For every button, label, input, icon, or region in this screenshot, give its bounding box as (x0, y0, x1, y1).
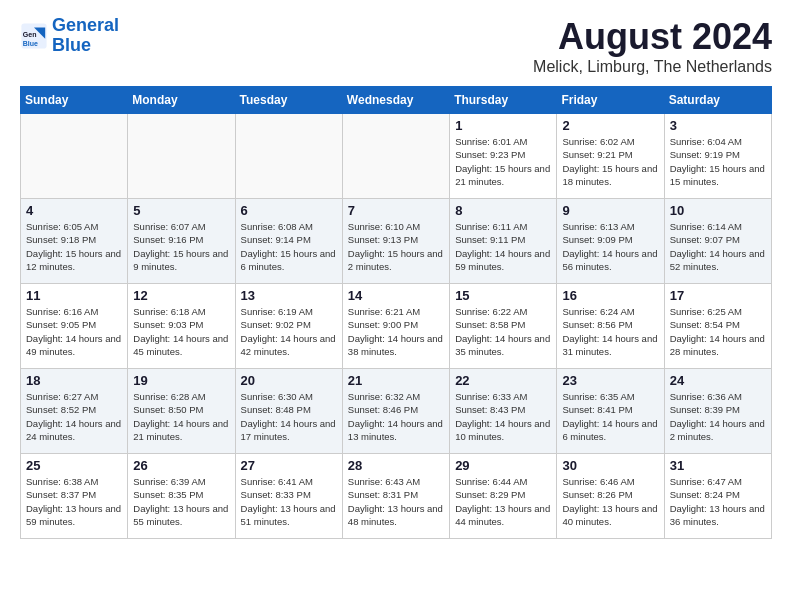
calendar-cell: 26Sunrise: 6:39 AM Sunset: 8:35 PM Dayli… (128, 454, 235, 539)
day-number: 27 (241, 458, 337, 473)
day-info: Sunrise: 6:07 AM Sunset: 9:16 PM Dayligh… (133, 220, 229, 273)
calendar-week-row: 4Sunrise: 6:05 AM Sunset: 9:18 PM Daylig… (21, 199, 772, 284)
calendar-cell: 2Sunrise: 6:02 AM Sunset: 9:21 PM Daylig… (557, 114, 664, 199)
logo-icon: Gen Blue (20, 22, 48, 50)
calendar-cell: 13Sunrise: 6:19 AM Sunset: 9:02 PM Dayli… (235, 284, 342, 369)
calendar-cell: 4Sunrise: 6:05 AM Sunset: 9:18 PM Daylig… (21, 199, 128, 284)
day-info: Sunrise: 6:13 AM Sunset: 9:09 PM Dayligh… (562, 220, 658, 273)
calendar-title: August 2024 (533, 16, 772, 58)
day-number: 29 (455, 458, 551, 473)
day-number: 2 (562, 118, 658, 133)
calendar-cell: 29Sunrise: 6:44 AM Sunset: 8:29 PM Dayli… (450, 454, 557, 539)
calendar-cell: 28Sunrise: 6:43 AM Sunset: 8:31 PM Dayli… (342, 454, 449, 539)
weekday-header: Friday (557, 87, 664, 114)
day-number: 12 (133, 288, 229, 303)
day-info: Sunrise: 6:33 AM Sunset: 8:43 PM Dayligh… (455, 390, 551, 443)
day-info: Sunrise: 6:22 AM Sunset: 8:58 PM Dayligh… (455, 305, 551, 358)
day-number: 6 (241, 203, 337, 218)
weekday-header: Monday (128, 87, 235, 114)
calendar-cell: 5Sunrise: 6:07 AM Sunset: 9:16 PM Daylig… (128, 199, 235, 284)
calendar-week-row: 1Sunrise: 6:01 AM Sunset: 9:23 PM Daylig… (21, 114, 772, 199)
day-info: Sunrise: 6:30 AM Sunset: 8:48 PM Dayligh… (241, 390, 337, 443)
day-info: Sunrise: 6:44 AM Sunset: 8:29 PM Dayligh… (455, 475, 551, 528)
day-info: Sunrise: 6:46 AM Sunset: 8:26 PM Dayligh… (562, 475, 658, 528)
weekday-header: Thursday (450, 87, 557, 114)
svg-text:Gen: Gen (23, 31, 37, 38)
day-number: 19 (133, 373, 229, 388)
weekday-header: Wednesday (342, 87, 449, 114)
calendar-cell: 1Sunrise: 6:01 AM Sunset: 9:23 PM Daylig… (450, 114, 557, 199)
header: Gen Blue General Blue August 2024 Melick… (20, 16, 772, 76)
calendar-cell: 6Sunrise: 6:08 AM Sunset: 9:14 PM Daylig… (235, 199, 342, 284)
calendar-cell: 22Sunrise: 6:33 AM Sunset: 8:43 PM Dayli… (450, 369, 557, 454)
day-number: 20 (241, 373, 337, 388)
calendar-cell: 12Sunrise: 6:18 AM Sunset: 9:03 PM Dayli… (128, 284, 235, 369)
calendar-cell: 11Sunrise: 6:16 AM Sunset: 9:05 PM Dayli… (21, 284, 128, 369)
day-number: 14 (348, 288, 444, 303)
calendar-week-row: 18Sunrise: 6:27 AM Sunset: 8:52 PM Dayli… (21, 369, 772, 454)
day-number: 30 (562, 458, 658, 473)
calendar-cell: 30Sunrise: 6:46 AM Sunset: 8:26 PM Dayli… (557, 454, 664, 539)
day-info: Sunrise: 6:27 AM Sunset: 8:52 PM Dayligh… (26, 390, 122, 443)
day-number: 26 (133, 458, 229, 473)
day-number: 3 (670, 118, 766, 133)
day-info: Sunrise: 6:04 AM Sunset: 9:19 PM Dayligh… (670, 135, 766, 188)
calendar-cell: 14Sunrise: 6:21 AM Sunset: 9:00 PM Dayli… (342, 284, 449, 369)
day-info: Sunrise: 6:36 AM Sunset: 8:39 PM Dayligh… (670, 390, 766, 443)
day-number: 28 (348, 458, 444, 473)
day-number: 11 (26, 288, 122, 303)
calendar-cell: 23Sunrise: 6:35 AM Sunset: 8:41 PM Dayli… (557, 369, 664, 454)
day-info: Sunrise: 6:16 AM Sunset: 9:05 PM Dayligh… (26, 305, 122, 358)
day-info: Sunrise: 6:25 AM Sunset: 8:54 PM Dayligh… (670, 305, 766, 358)
day-number: 31 (670, 458, 766, 473)
day-info: Sunrise: 6:21 AM Sunset: 9:00 PM Dayligh… (348, 305, 444, 358)
calendar-cell: 3Sunrise: 6:04 AM Sunset: 9:19 PM Daylig… (664, 114, 771, 199)
day-info: Sunrise: 6:11 AM Sunset: 9:11 PM Dayligh… (455, 220, 551, 273)
day-number: 10 (670, 203, 766, 218)
calendar-cell: 15Sunrise: 6:22 AM Sunset: 8:58 PM Dayli… (450, 284, 557, 369)
calendar-week-row: 11Sunrise: 6:16 AM Sunset: 9:05 PM Dayli… (21, 284, 772, 369)
day-number: 16 (562, 288, 658, 303)
day-info: Sunrise: 6:10 AM Sunset: 9:13 PM Dayligh… (348, 220, 444, 273)
calendar-cell: 9Sunrise: 6:13 AM Sunset: 9:09 PM Daylig… (557, 199, 664, 284)
day-number: 22 (455, 373, 551, 388)
calendar-week-row: 25Sunrise: 6:38 AM Sunset: 8:37 PM Dayli… (21, 454, 772, 539)
day-info: Sunrise: 6:35 AM Sunset: 8:41 PM Dayligh… (562, 390, 658, 443)
calendar-cell: 27Sunrise: 6:41 AM Sunset: 8:33 PM Dayli… (235, 454, 342, 539)
day-number: 15 (455, 288, 551, 303)
day-number: 7 (348, 203, 444, 218)
title-block: August 2024 Melick, Limburg, The Netherl… (533, 16, 772, 76)
calendar-cell: 19Sunrise: 6:28 AM Sunset: 8:50 PM Dayli… (128, 369, 235, 454)
page: Gen Blue General Blue August 2024 Melick… (0, 0, 792, 555)
svg-text:Blue: Blue (23, 40, 38, 47)
logo: Gen Blue General Blue (20, 16, 119, 56)
calendar-cell (235, 114, 342, 199)
day-info: Sunrise: 6:43 AM Sunset: 8:31 PM Dayligh… (348, 475, 444, 528)
weekday-header-row: SundayMondayTuesdayWednesdayThursdayFrid… (21, 87, 772, 114)
day-info: Sunrise: 6:41 AM Sunset: 8:33 PM Dayligh… (241, 475, 337, 528)
day-number: 5 (133, 203, 229, 218)
day-number: 23 (562, 373, 658, 388)
calendar-cell: 10Sunrise: 6:14 AM Sunset: 9:07 PM Dayli… (664, 199, 771, 284)
day-info: Sunrise: 6:38 AM Sunset: 8:37 PM Dayligh… (26, 475, 122, 528)
calendar-cell: 31Sunrise: 6:47 AM Sunset: 8:24 PM Dayli… (664, 454, 771, 539)
day-info: Sunrise: 6:14 AM Sunset: 9:07 PM Dayligh… (670, 220, 766, 273)
day-number: 18 (26, 373, 122, 388)
day-number: 13 (241, 288, 337, 303)
day-number: 24 (670, 373, 766, 388)
calendar-cell: 25Sunrise: 6:38 AM Sunset: 8:37 PM Dayli… (21, 454, 128, 539)
weekday-header: Saturday (664, 87, 771, 114)
day-number: 21 (348, 373, 444, 388)
calendar-cell: 16Sunrise: 6:24 AM Sunset: 8:56 PM Dayli… (557, 284, 664, 369)
calendar-subtitle: Melick, Limburg, The Netherlands (533, 58, 772, 76)
calendar-cell: 21Sunrise: 6:32 AM Sunset: 8:46 PM Dayli… (342, 369, 449, 454)
day-info: Sunrise: 6:19 AM Sunset: 9:02 PM Dayligh… (241, 305, 337, 358)
day-number: 4 (26, 203, 122, 218)
logo-text: General Blue (52, 16, 119, 56)
calendar-cell: 24Sunrise: 6:36 AM Sunset: 8:39 PM Dayli… (664, 369, 771, 454)
day-info: Sunrise: 6:39 AM Sunset: 8:35 PM Dayligh… (133, 475, 229, 528)
weekday-header: Tuesday (235, 87, 342, 114)
day-info: Sunrise: 6:05 AM Sunset: 9:18 PM Dayligh… (26, 220, 122, 273)
calendar-cell: 7Sunrise: 6:10 AM Sunset: 9:13 PM Daylig… (342, 199, 449, 284)
day-info: Sunrise: 6:28 AM Sunset: 8:50 PM Dayligh… (133, 390, 229, 443)
